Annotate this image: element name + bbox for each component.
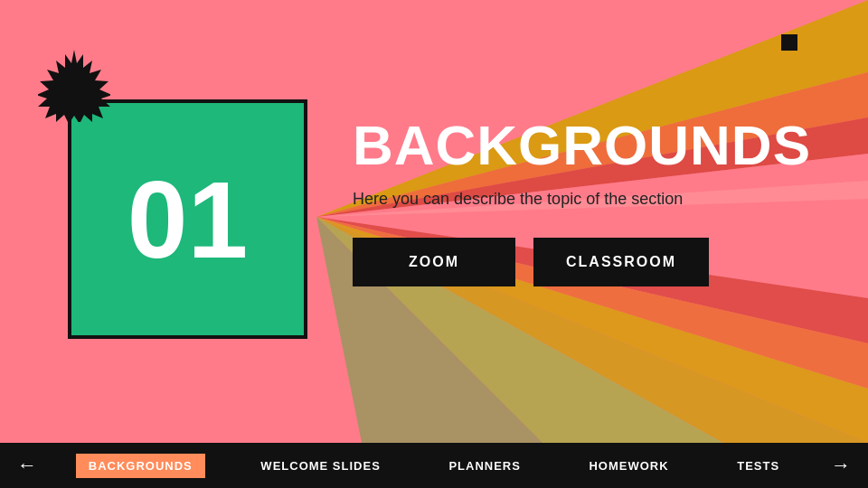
main-content-area: 01 BACKGROUNDS Here you can describe the… [0,0,868,443]
right-content: BACKGROUNDS Here you can describe the to… [353,117,811,286]
section-subtitle: Here you can describe the topic of the s… [353,190,811,209]
svg-marker-12 [38,50,110,122]
nav-items: BACKGROUNDS WELCOME SLIDES PLANNERS HOME… [54,454,814,478]
nav-item-homework[interactable]: HOMEWORK [576,454,681,478]
classroom-button[interactable]: CLASSROOM [533,238,709,286]
bottom-nav: ← BACKGROUNDS WELCOME SLIDES PLANNERS HO… [0,443,868,488]
nav-item-backgrounds[interactable]: BACKGROUNDS [76,454,205,478]
nav-item-planners[interactable]: PLANNERS [436,454,533,478]
section-title: BACKGROUNDS [353,117,811,174]
accent-square [781,34,797,51]
nav-item-tests[interactable]: TESTS [724,454,792,478]
zoom-button[interactable]: ZOOM [353,238,515,286]
section-number: 01 [127,165,248,274]
next-arrow[interactable]: → [814,443,868,488]
nav-item-welcome-slides[interactable]: WELCOME SLIDES [248,454,392,478]
buttons-row: ZOOM CLASSROOM [353,238,811,286]
prev-arrow[interactable]: ← [0,443,54,488]
number-box: 01 [68,99,307,339]
spiky-burst-icon [38,50,110,122]
